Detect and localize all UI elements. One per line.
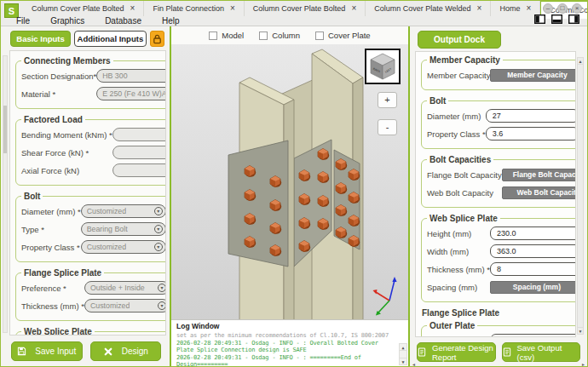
scroll-right-icon[interactable]: ► — [581, 362, 585, 367]
material-combobox[interactable]: E 250 (Fe 410 W)A ▾ — [96, 87, 166, 100]
menu-help[interactable]: Help — [162, 16, 180, 26]
flange-preference-combobox[interactable]: Outside + Inside ▾ — [84, 281, 166, 295]
input-dock-scrollbar[interactable] — [3, 55, 8, 333]
field-label: Web Bolt Capacity — [427, 188, 493, 198]
combobox-value: Outside + Inside — [90, 284, 145, 292]
web-spacing-button[interactable]: Spacing (mm) — [490, 281, 576, 294]
menu-file[interactable]: File — [16, 16, 30, 26]
chevron-down-icon[interactable]: ▾ — [158, 284, 166, 292]
tab-column-cover-plate-bolted-2[interactable]: Column Cover Plate Bolted × — [245, 1, 366, 16]
output-dock-scrollbar[interactable]: ▲ ▼ — [577, 57, 584, 335]
axial-force-input[interactable] — [112, 163, 166, 177]
web-width-output[interactable] — [490, 244, 576, 258]
save-output-csv-button[interactable]: Save Output (csv) — [502, 342, 581, 362]
chevron-down-icon[interactable]: ▾ — [158, 301, 166, 310]
close-icon[interactable]: × — [230, 4, 235, 13]
scrollbar-thumb[interactable] — [3, 106, 7, 153]
checkbox-box[interactable] — [209, 32, 217, 40]
menu-graphics[interactable]: Graphics — [50, 16, 84, 26]
web-bolt-capacity-button[interactable]: Web Bolt Capacity — [502, 186, 576, 199]
section-legend: Factored Load — [21, 115, 85, 124]
save-input-button[interactable]: Save Input — [11, 341, 83, 361]
outer-width-output[interactable] — [490, 334, 576, 337]
scroll-down-icon[interactable]: ▼ — [400, 358, 406, 364]
log-messages[interactable]: set as per the minimum recommendations o… — [171, 331, 408, 366]
button-label: Save Input — [35, 347, 76, 356]
maximize-button[interactable]: □ — [557, 3, 568, 14]
flange-thickness-combobox[interactable]: Customized ▾ — [84, 299, 166, 313]
left-dock-toggle-icon[interactable] — [534, 14, 545, 24]
checkbox-box[interactable] — [259, 32, 268, 40]
scroll-left-icon[interactable]: ◄ — [412, 362, 416, 367]
close-icon[interactable]: × — [130, 4, 135, 13]
bolt-property-class-combobox[interactable]: Customized ▾ — [81, 240, 166, 254]
checkbox-model[interactable]: Model — [209, 31, 244, 40]
bending-moment-input[interactable] — [112, 128, 166, 141]
log-line: set as per the minimum recommendations o… — [176, 332, 389, 339]
lock-button[interactable] — [150, 31, 164, 47]
tab-basic-inputs[interactable]: Basic Inputs — [10, 31, 71, 47]
field-label: Property Class * — [427, 129, 486, 139]
checkbox-cover-plate[interactable]: Cover Plate — [315, 31, 371, 40]
section-web-splice-plate: Web Splice Plate Thickness (mm) * Custom… — [15, 327, 166, 335]
close-icon[interactable]: × — [351, 4, 356, 13]
section-legend: Outer Plate — [427, 321, 477, 330]
shear-force-input[interactable] — [112, 146, 166, 159]
web-height-output[interactable] — [490, 227, 576, 240]
tab-fin-plate-connection[interactable]: Fin Plate Connection × — [144, 1, 244, 16]
combobox-value: HB 300 — [102, 72, 127, 80]
web-thickness-output[interactable] — [490, 262, 576, 276]
tab-home[interactable]: Home × — [491, 1, 540, 16]
scroll-down-icon[interactable]: ▼ — [578, 327, 583, 334]
combobox-value: E 250 (Fe 410 W)A — [102, 89, 166, 98]
navigation-cube[interactable]: BACK LEFT — [365, 49, 401, 84]
section-bolt-capacities: Bolt Capacities Flange Bolt Capacity Fla… — [421, 155, 576, 208]
flange-bolt-capacity-button[interactable]: Flange Bolt Capacity — [502, 169, 576, 181]
close-window-button[interactable]: × — [572, 3, 582, 14]
output-horizontal-scrollbar[interactable]: ◄► — [412, 362, 585, 367]
chevron-down-icon[interactable]: ▾ — [154, 207, 163, 215]
checkbox-label: Column — [272, 31, 300, 40]
input-dock: Basic Inputs Additional Inputs Connectin… — [1, 26, 171, 367]
field-label: Bending Moment (kNm) * — [21, 130, 112, 140]
section-legend: Flange Splice Plate — [21, 268, 104, 278]
minimize-button[interactable]: – — [543, 3, 553, 14]
field-label: Thickness (mm) * — [21, 301, 84, 311]
scroll-up-icon[interactable]: ▲ — [400, 344, 406, 351]
tab-column-cover-plate-welded[interactable]: Column Cover Plate Welded × — [366, 1, 491, 16]
viewport-3d[interactable]: Model Column Cover Plate — [171, 26, 410, 367]
menu-database[interactable]: Database — [105, 16, 141, 26]
bolt-type-combobox[interactable]: Bearing Bolt ▾ — [81, 222, 166, 236]
close-icon[interactable]: × — [477, 4, 482, 13]
output-dock-title[interactable]: Output Dock — [418, 31, 501, 49]
tab-column-cover-plate-bolted-1[interactable]: Column Cover Plate Bolted × — [23, 1, 144, 16]
chevron-down-icon[interactable]: ▾ — [154, 243, 163, 251]
titlebar: S Column Cover Plate Bolted × Fin Plate … — [1, 1, 587, 26]
field-label: Member Capacity — [427, 71, 490, 80]
bolt-diameter-combobox[interactable]: Customized ▾ — [81, 204, 166, 218]
member-capacity-button[interactable]: Member Capacity — [490, 69, 576, 82]
field-label: Width (mm) — [427, 247, 469, 256]
field-label: Type * — [21, 225, 44, 234]
close-icon[interactable]: × — [526, 4, 531, 13]
section-designation-combobox[interactable]: HB 300 ▾ — [96, 69, 166, 83]
scroll-up-icon[interactable]: ▲ — [578, 58, 583, 65]
design-button[interactable]: Design — [90, 341, 162, 361]
checkbox-column[interactable]: Column — [259, 31, 300, 40]
section-legend: Web Splice Plate — [21, 327, 95, 335]
combobox-value: Bearing Bolt — [87, 225, 128, 233]
bottom-dock-toggle-icon[interactable] — [551, 14, 562, 24]
chevron-down-icon[interactable]: ▾ — [154, 225, 163, 233]
button-label: Generate Design Report — [432, 343, 495, 362]
checkbox-box[interactable] — [315, 32, 324, 40]
bolt-class-output[interactable] — [486, 127, 576, 140]
zoom-out-button[interactable]: - — [378, 119, 397, 135]
log-scrollbar[interactable]: ▲ ▼ — [399, 343, 407, 365]
right-dock-toggle-icon[interactable] — [568, 14, 579, 24]
generate-design-report-button[interactable]: Generate Design Report — [417, 342, 496, 362]
section-outer-plate: Outer Plate Width (mm) Length (mm) Thick… — [421, 321, 576, 337]
section-bolt: Bolt Diameter (mm) * Customized ▾ Type *… — [15, 192, 166, 262]
tab-additional-inputs[interactable]: Additional Inputs — [74, 31, 147, 47]
zoom-in-button[interactable]: + — [378, 92, 397, 108]
bolt-diameter-output[interactable] — [486, 109, 576, 123]
